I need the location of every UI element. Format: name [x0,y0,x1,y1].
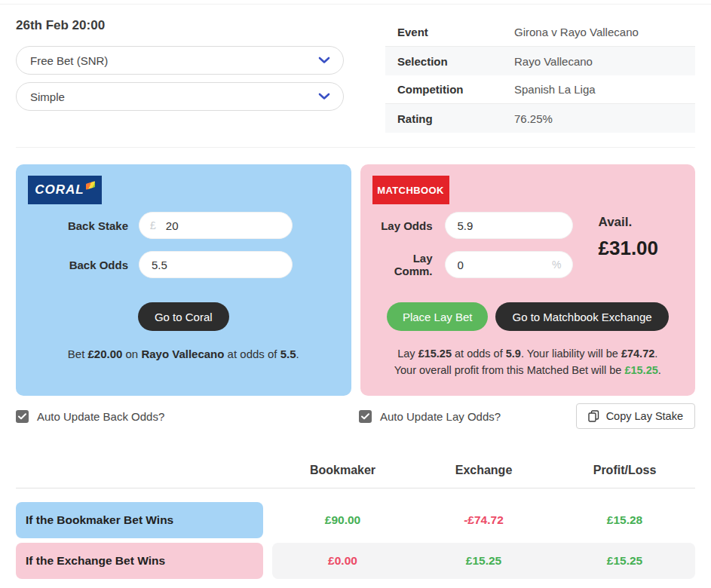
results-header-exchange: Exchange [413,464,554,488]
result-value: £90.00 [272,513,413,527]
bet-cards: CORAL Back Stake £ Back Odds Go to Coral… [16,164,695,396]
results-row-exchange-wins: If the Exchange Bet Wins £0.00 £15.25 £1… [16,543,695,579]
results-row-bookmaker-wins: If the Bookmaker Bet Wins £90.00 -£74.72… [16,502,695,538]
event-datetime: 26th Feb 20:00 [16,18,344,33]
row-label-bookmaker-wins: If the Bookmaker Bet Wins [16,502,263,538]
results-header-profit-loss: Profit/Loss [554,464,695,488]
detail-row-event: Event Girona v Rayo Vallecano [385,18,695,47]
options-row: Auto Update Back Odds? Auto Update Lay O… [16,403,695,429]
results-header-bookmaker: Bookmaker [272,464,413,488]
matched-betting-calculator: 26th Feb 20:00 Free Bet (SNR) Simple Eve… [0,4,711,579]
back-odds-input[interactable] [150,258,281,272]
auto-update-lay-odds-checkbox[interactable] [359,410,372,423]
result-value: £0.00 [272,554,413,568]
row-values: £90.00 -£74.72 £15.28 [272,502,695,538]
currency-prefix: £ [150,219,156,231]
available-liquidity: Avail. £31.00 [599,215,659,278]
auto-update-back-odds-label: Auto Update Back Odds? [37,410,164,423]
back-stake-row: Back Stake £ [28,212,339,239]
copy-lay-stake-label: Copy Lay Stake [606,410,683,422]
matchbook-logo: MATCHBOOK [372,176,449,204]
chevron-down-icon [318,93,330,100]
back-bet-card: CORAL Back Stake £ Back Odds Go to Coral… [16,164,351,396]
go-to-coral-button[interactable]: Go to Coral [138,302,229,331]
detail-value: Girona v Rayo Vallecano [514,26,639,38]
auto-update-lay-odds-label: Auto Update Lay Odds? [380,410,501,423]
detail-label: Event [397,26,514,38]
lay-fields: Lay Odds Lay Comm. % [372,204,573,278]
lay-commission-label: Lay Comm. [372,252,433,277]
calc-mode-selected: Simple [30,90,65,103]
top-section: 26th Feb 20:00 Free Bet (SNR) Simple Eve… [16,17,695,133]
lay-odds-input[interactable] [456,219,562,233]
copy-lay-stake-button[interactable]: Copy Lay Stake [576,403,695,429]
auto-update-back-odds-checkbox[interactable] [16,410,29,423]
avail-label: Avail. [599,215,659,230]
detail-label: Competition [397,83,514,96]
check-icon [361,413,369,420]
percent-suffix: % [552,259,561,271]
lay-buttons-row: Place Lay Bet Go to Matchbook Exchange [372,302,684,331]
bet-type-select[interactable]: Free Bet (SNR) [16,46,344,75]
lay-odds-label: Lay Odds [372,219,433,232]
lay-commission-input[interactable] [456,258,548,272]
row-label-exchange-wins: If the Exchange Bet Wins [16,543,263,579]
calc-mode-select[interactable]: Simple [16,82,344,111]
back-stake-label: Back Stake [28,219,128,232]
lay-odds-field [445,212,573,239]
detail-row-competition: Competition Spanish La Liga [385,75,695,104]
lay-fields-area: Lay Odds Lay Comm. % Avail. [372,204,684,278]
options-right: Auto Update Lay Odds? Copy Lay Stake [359,403,695,429]
lay-bet-summary: Lay £15.25 at odds of 5.9. Your liabilit… [372,345,684,378]
check-icon [18,413,26,420]
coral-flag-icon [86,181,95,189]
back-odds-row: Back Odds [28,251,339,278]
chevron-down-icon [318,57,330,64]
result-value: £15.28 [554,513,695,527]
detail-label: Selection [397,55,514,68]
matchbook-logo-text: MATCHBOOK [377,185,444,196]
coral-logo: CORAL [28,176,102,204]
coral-logo-text: CORAL [35,182,84,198]
result-value: £15.25 [413,554,554,568]
avail-value: £31.00 [599,237,659,260]
results-table: Bookmaker Exchange Profit/Loss If the Bo… [16,464,695,579]
back-stake-field: £ [139,212,293,239]
results-header-row: Bookmaker Exchange Profit/Loss [16,464,695,488]
back-stake-input[interactable] [164,219,281,233]
lay-odds-row: Lay Odds [372,212,573,239]
detail-value: Spanish La Liga [514,83,596,96]
auto-update-lay-odds-option[interactable]: Auto Update Lay Odds? [359,410,501,423]
lay-bet-card: MATCHBOOK Lay Odds Lay Comm. % [360,164,696,396]
detail-row-selection: Selection Rayo Vallecano [385,47,695,75]
detail-row-rating: Rating 76.25% [385,104,695,133]
lay-commission-row: Lay Comm. % [372,251,573,278]
lay-commission-field: % [445,251,573,278]
bet-type-selected: Free Bet (SNR) [30,54,108,67]
copy-icon [588,410,599,422]
back-bet-summary: Bet £20.00 on Rayo Vallecano at odds of … [28,348,339,360]
results-divider [16,488,695,488]
detail-value: 76.25% [514,112,553,125]
auto-update-back-odds-option[interactable]: Auto Update Back Odds? [16,410,359,423]
result-value: -£74.72 [413,513,554,527]
bet-config-panel: 26th Feb 20:00 Free Bet (SNR) Simple [16,17,344,133]
event-details-table: Event Girona v Rayo Vallecano Selection … [385,18,695,133]
go-to-matchbook-button[interactable]: Go to Matchbook Exchange [495,302,668,331]
section-divider [16,147,695,148]
detail-value: Rayo Vallecano [514,55,593,68]
row-values: £0.00 £15.25 £15.25 [272,543,695,579]
result-value: £15.25 [554,554,695,568]
place-lay-bet-button[interactable]: Place Lay Bet [387,302,489,331]
detail-label: Rating [397,112,514,125]
back-odds-label: Back Odds [28,259,128,271]
back-odds-field [139,251,293,278]
